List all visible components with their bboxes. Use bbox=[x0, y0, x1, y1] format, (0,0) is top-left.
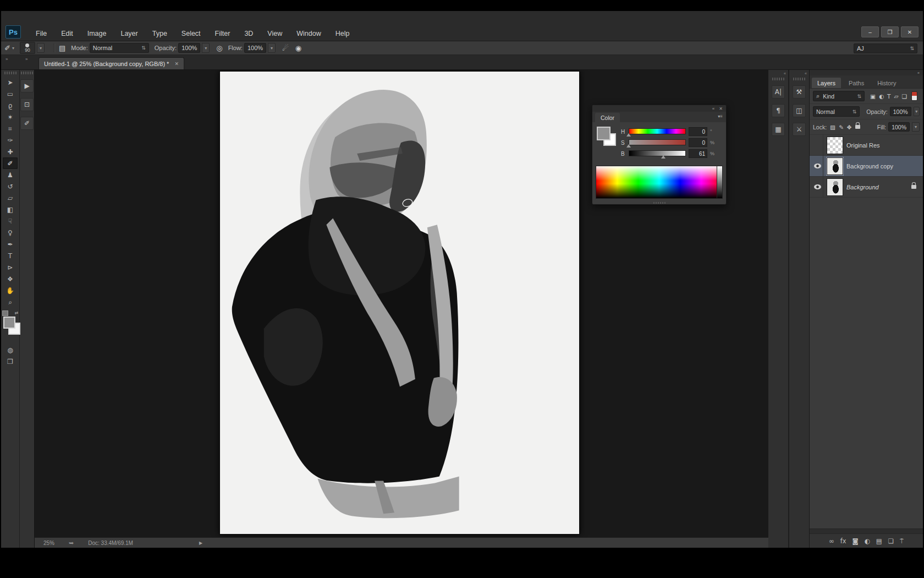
default-colors-icon[interactable] bbox=[2, 310, 8, 316]
slider-track[interactable] bbox=[629, 128, 686, 135]
path-selection-tool[interactable]: ⊳ bbox=[3, 261, 18, 273]
layer-row[interactable]: Original Res bbox=[810, 135, 923, 156]
healing-brush-tool[interactable]: ✚ bbox=[3, 146, 18, 157]
fill-value[interactable]: 100% bbox=[888, 122, 910, 132]
blend-mode-select[interactable]: Normal ⇅ bbox=[90, 43, 149, 53]
styles-panel-icon[interactable]: ⊡ bbox=[20, 98, 34, 111]
hand-tool[interactable]: ✋ bbox=[3, 285, 18, 296]
brush-size-indicator[interactable]: 90 ▾ bbox=[20, 42, 45, 54]
brushes-panel-icon[interactable]: ⚔ bbox=[793, 123, 806, 136]
canvas[interactable] bbox=[219, 71, 580, 535]
slider-handle[interactable] bbox=[626, 144, 631, 148]
menu-item[interactable]: Help bbox=[328, 28, 357, 40]
restore-button[interactable]: ❐ bbox=[881, 26, 899, 37]
slider-track[interactable] bbox=[629, 150, 686, 157]
pen-tool[interactable]: ✒ bbox=[3, 238, 18, 250]
opacity-dropdown-icon[interactable]: ▾ bbox=[202, 43, 210, 53]
menu-item[interactable]: Type bbox=[145, 28, 174, 40]
move-tool[interactable]: ➤ bbox=[3, 77, 18, 88]
slider-track[interactable] bbox=[629, 139, 686, 146]
swatches-panel-icon[interactable]: ▦ bbox=[772, 123, 785, 136]
tool-presets-panel-icon[interactable]: ⚒ bbox=[793, 85, 806, 99]
menu-item[interactable]: Select bbox=[174, 28, 208, 40]
smudge-tool[interactable]: ☟ bbox=[3, 215, 18, 227]
layer-filter-select[interactable]: ⌕ Kind ⇅ bbox=[813, 91, 865, 101]
layer-effects-icon[interactable]: fx bbox=[840, 537, 846, 545]
smart-object-filter-icon[interactable]: ❏ bbox=[902, 93, 907, 100]
custom-shape-tool[interactable]: ❖ bbox=[3, 273, 18, 285]
zoom-level-box[interactable]: 25% bbox=[43, 540, 54, 546]
history-brush-tool[interactable]: ↺ bbox=[3, 181, 18, 192]
slider-value-box[interactable]: 0 bbox=[689, 127, 707, 136]
menu-item[interactable]: Layer bbox=[113, 28, 145, 40]
lasso-tool[interactable]: ϱ bbox=[3, 100, 18, 111]
menu-item[interactable]: File bbox=[29, 28, 54, 40]
filtering-toggle[interactable] bbox=[911, 91, 917, 101]
menu-item[interactable]: Filter bbox=[208, 28, 238, 40]
actions-panel-icon[interactable]: ▶ bbox=[20, 79, 34, 92]
opacity-value-box[interactable]: 100% bbox=[178, 43, 200, 53]
lock-transparency-icon[interactable]: ▨ bbox=[830, 124, 835, 130]
opacity-dropdown-icon[interactable]: ▾ bbox=[914, 107, 920, 116]
slider-value-box[interactable]: 0 bbox=[689, 138, 707, 147]
layer-opacity-value[interactable]: 100% bbox=[890, 107, 911, 116]
fill-dropdown-icon[interactable]: ▾ bbox=[912, 122, 920, 132]
collapse-dock-icon[interactable]: « bbox=[784, 72, 788, 75]
slider-value-box[interactable]: 61 bbox=[689, 149, 707, 158]
layer-blend-mode-select[interactable]: Normal ⇅ bbox=[813, 106, 860, 117]
pressure-size-icon[interactable]: ◉ bbox=[295, 45, 301, 52]
swap-colors-icon[interactable]: ⇄ bbox=[15, 310, 19, 315]
layer-row[interactable]: Background copy bbox=[810, 156, 923, 177]
panel-tab[interactable]: Paths bbox=[843, 78, 870, 88]
lock-paint-icon[interactable]: ✎ bbox=[839, 124, 844, 130]
menu-item[interactable]: Edit bbox=[54, 28, 80, 40]
menu-item[interactable]: 3D bbox=[237, 28, 260, 40]
shape-layer-filter-icon[interactable]: ▱ bbox=[894, 93, 899, 100]
quick-mask-icon[interactable]: ◍ bbox=[3, 344, 18, 356]
slider-handle[interactable] bbox=[661, 155, 666, 159]
type-tool[interactable]: T bbox=[3, 250, 18, 261]
brush-size-dropdown-icon[interactable]: ▾ bbox=[37, 43, 45, 53]
layer-row[interactable]: Background bbox=[810, 177, 923, 198]
status-flyout-icon[interactable]: ▶ bbox=[199, 541, 202, 546]
panel-tab[interactable]: History bbox=[872, 78, 901, 88]
rectangular-marquee-tool[interactable]: ▭ bbox=[3, 88, 18, 100]
lock-position-icon[interactable]: ✥ bbox=[847, 124, 852, 130]
type-layer-filter-icon[interactable]: T bbox=[887, 93, 890, 100]
document-tab[interactable]: Untitled-1 @ 25% (Background copy, RGB/8… bbox=[38, 57, 184, 69]
brush-tool[interactable]: ✐ bbox=[3, 157, 18, 169]
pixel-layer-filter-icon[interactable]: ▣ bbox=[870, 93, 876, 100]
add-layer-mask-icon[interactable]: ◙ bbox=[853, 537, 859, 545]
slider-handle[interactable] bbox=[626, 133, 631, 137]
toggle-brush-panel-icon[interactable]: ▤ bbox=[59, 45, 65, 52]
flow-dropdown-icon[interactable]: ▾ bbox=[268, 43, 276, 53]
flow-value-box[interactable]: 100% bbox=[244, 43, 266, 53]
brush-presets-panel-icon[interactable]: ✐ bbox=[20, 117, 34, 130]
visibility-toggle[interactable] bbox=[812, 135, 823, 155]
airbrush-icon[interactable]: ☄ bbox=[282, 45, 289, 52]
menu-item[interactable]: Image bbox=[80, 28, 114, 40]
minimize-button[interactable]: – bbox=[861, 26, 879, 37]
close-panel-icon[interactable]: ✕ bbox=[719, 106, 723, 111]
collapse-dock-icon[interactable]: » bbox=[25, 57, 28, 62]
visibility-toggle[interactable] bbox=[812, 177, 823, 197]
foreground-color-swatch[interactable] bbox=[597, 127, 610, 140]
menu-item[interactable]: View bbox=[260, 28, 289, 40]
gradient-tool[interactable]: ◧ bbox=[3, 204, 18, 215]
eyedropper-tool[interactable]: ✑ bbox=[3, 134, 18, 146]
panel-resize-grip[interactable] bbox=[592, 201, 726, 204]
character-panel-icon[interactable]: A| bbox=[772, 85, 785, 99]
brush-preset-picker[interactable]: ✐ ▾ bbox=[4, 45, 14, 52]
link-layers-icon[interactable]: ∞ bbox=[829, 537, 834, 545]
tab-close-icon[interactable]: ✕ bbox=[174, 61, 179, 67]
layers-scrollbar[interactable] bbox=[810, 528, 923, 533]
visibility-toggle[interactable] bbox=[812, 156, 823, 176]
lock-all-icon[interactable] bbox=[855, 125, 860, 129]
new-group-icon[interactable]: ▤ bbox=[876, 537, 882, 545]
collapse-panel-icon[interactable]: « bbox=[712, 106, 714, 111]
close-button[interactable]: ✕ bbox=[901, 26, 919, 37]
dodge-tool[interactable]: ♀ bbox=[3, 227, 18, 238]
collapse-panel-icon[interactable]: « bbox=[917, 71, 920, 75]
new-adjustment-layer-icon[interactable]: ◐ bbox=[865, 537, 870, 545]
eraser-tool[interactable]: ▱ bbox=[3, 192, 18, 204]
